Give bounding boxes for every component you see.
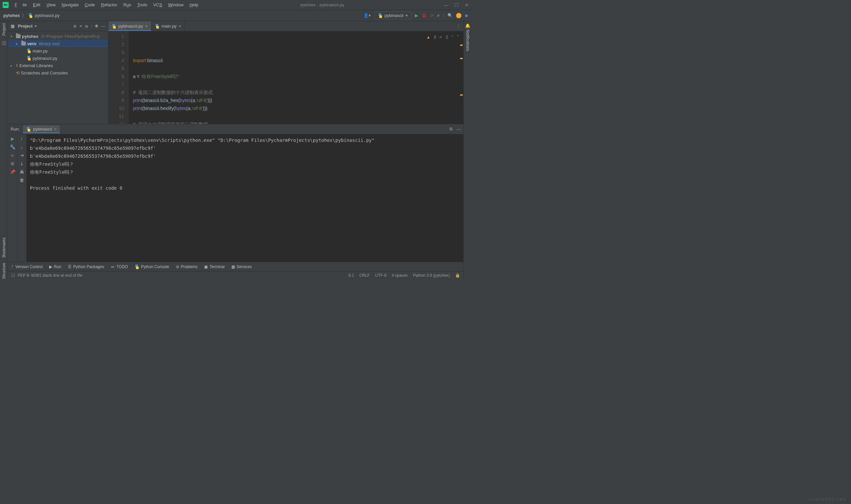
down-icon[interactable]: ↓	[21, 145, 23, 149]
run-config-selector[interactable]: pybinascii ▾	[374, 12, 411, 19]
up-icon[interactable]: ↑	[21, 136, 23, 141]
run-config-name: pybinascii	[385, 13, 404, 18]
notifications-icon[interactable]: 🔔	[465, 23, 471, 28]
tab-version-control[interactable]: ᚶVersion Control	[11, 265, 42, 269]
tree-external-libraries[interactable]: ▸⫴ External Libraries	[8, 62, 108, 69]
minimize-icon[interactable]: —	[444, 2, 448, 7]
search-icon[interactable]: 🔍	[447, 13, 453, 18]
rerun-icon[interactable]: ▶	[11, 136, 14, 141]
trash-icon[interactable]: 🗑	[20, 178, 24, 183]
locate-icon[interactable]: ⊕	[73, 23, 77, 29]
debug-button-icon[interactable]: 🐞	[422, 13, 427, 18]
chevron-down-icon[interactable]: ▾	[35, 23, 37, 29]
layout-icon[interactable]: ⊞	[11, 161, 14, 166]
cursor-position[interactable]: 8:1	[348, 273, 354, 278]
run-tab[interactable]: pybinascii ×	[23, 125, 60, 133]
menu-vcs[interactable]: VCS	[150, 1, 165, 8]
close-tab-icon[interactable]: ×	[145, 23, 147, 29]
error-stripe[interactable]	[459, 31, 463, 124]
toolbox-icon[interactable]: ◆	[465, 13, 468, 18]
stop-icon[interactable]: ■	[11, 153, 14, 158]
breadcrumb-project[interactable]: pytohex	[3, 13, 20, 18]
add-user-icon[interactable]: 👤▾	[364, 13, 371, 18]
project-tool-button[interactable]: Project	[2, 23, 6, 36]
close-tab-icon[interactable]: ×	[178, 23, 181, 29]
folder-icon	[21, 41, 26, 46]
python-file-icon	[112, 24, 116, 29]
tab-run[interactable]: ▶Run	[49, 265, 61, 269]
tab-services[interactable]: ▦Services	[231, 265, 252, 269]
status-icon[interactable]: ☐	[11, 273, 15, 278]
menu-edit[interactable]: Edit	[30, 1, 43, 8]
lock-icon[interactable]: 🔒	[455, 273, 460, 278]
tree-file-main[interactable]: main.py	[8, 47, 108, 54]
menu-window[interactable]: Window	[165, 1, 186, 8]
project-tree[interactable]: ▾ pytohex D:\Program Files\PycharmProj ▸…	[8, 31, 108, 124]
stop-icon[interactable]: ■	[437, 13, 440, 18]
editor: pybinascii.py × main.py × ⋮ 123456789101…	[108, 21, 463, 124]
soft-wrap-icon[interactable]: ⇥	[20, 153, 23, 158]
tabs-more-icon[interactable]: ⋮	[454, 21, 463, 31]
tab-todo[interactable]: ≔TODO	[111, 265, 128, 269]
line-separator[interactable]: CRLF	[359, 273, 370, 278]
indent-setting[interactable]: 4 spaces	[392, 273, 408, 278]
tab-python-packages[interactable]: ☰Python Packages	[68, 265, 104, 269]
run-panel: Run: pybinascii × ⚙ — ▶ 🔧 ■ ⊞ 📌	[8, 124, 463, 262]
tab-python-console[interactable]: Python Console	[135, 265, 169, 269]
menu-tools[interactable]: Tools	[135, 1, 150, 8]
menu-code[interactable]: Code	[82, 1, 98, 8]
title-bar: PC File Edit View Navigate Code Refactor…	[0, 0, 472, 10]
next-highlight-icon[interactable]: ˅	[457, 33, 459, 41]
coverage-icon[interactable]: ⟳	[430, 13, 434, 18]
bookmarks-tool-button[interactable]: Bookmarks	[2, 237, 6, 257]
menu-help[interactable]: Help	[187, 1, 201, 8]
hide-icon[interactable]: —	[101, 23, 105, 29]
menu-refactor[interactable]: Refactor	[99, 1, 120, 8]
run-tab-label: pybinascii	[33, 127, 52, 131]
tab-main[interactable]: main.py ×	[152, 21, 185, 31]
inspections-widget[interactable]: ▲3 ✔2 ˄ ˅	[426, 33, 459, 41]
warning-count: 3	[434, 33, 436, 41]
commit-tool-icon[interactable]	[2, 41, 6, 46]
close-tab-icon[interactable]: ×	[54, 127, 57, 131]
gutter[interactable]: 123456789101112	[108, 31, 128, 124]
print-icon[interactable]: 🖶	[20, 169, 24, 175]
menu-file[interactable]: File	[12, 1, 30, 8]
tab-problems[interactable]: ⊘Problems	[176, 265, 198, 269]
breadcrumb-file[interactable]: pybinascii.py	[35, 13, 59, 18]
ide-update-icon[interactable]	[456, 13, 461, 18]
structure-tool-button[interactable]: Structure	[2, 263, 6, 279]
breadcrumb[interactable]: pytohex 〉 pybinascii.py	[3, 13, 59, 19]
close-icon[interactable]: ✕	[465, 2, 469, 7]
library-icon: ⫴	[16, 63, 18, 68]
tree-root[interactable]: ▾ pytohex D:\Program Files\PycharmProj	[8, 33, 108, 40]
package-icon: ☰	[68, 265, 71, 269]
tab-pybinascii[interactable]: pybinascii.py ×	[108, 21, 152, 31]
interpreter[interactable]: Python 3.9 (pytohex)	[413, 273, 450, 278]
menu-run[interactable]: Run	[121, 1, 134, 8]
scroll-end-icon[interactable]: ⤓	[20, 161, 23, 166]
menu-view[interactable]: View	[43, 1, 58, 8]
file-encoding[interactable]: UTF-8	[375, 273, 386, 278]
settings-icon[interactable]: ⚙	[449, 127, 453, 131]
run-button-icon[interactable]: ▶	[415, 13, 418, 18]
pin-icon[interactable]: 📌	[10, 169, 15, 175]
notifications-tool-button[interactable]: Notifications	[465, 30, 470, 51]
collapse-all-icon[interactable]: ≣	[85, 23, 88, 29]
menu-navigate[interactable]: Navigate	[59, 1, 81, 8]
hide-icon[interactable]: —	[457, 127, 461, 131]
python-icon	[26, 127, 31, 131]
tree-file-pybinascii[interactable]: pybinascii.py	[8, 54, 108, 62]
tree-scratches[interactable]: ⟲ Scratches and Consoles	[8, 69, 108, 76]
tree-venv[interactable]: ▸ venv library root	[8, 40, 108, 47]
code-area[interactable]: import binascii a = '你有FreeStyle吗? ' # 返…	[128, 31, 463, 124]
expand-all-icon[interactable]: ≡	[79, 23, 82, 29]
check-icon: ✔	[439, 33, 442, 41]
wrench-icon[interactable]: 🔧	[10, 145, 15, 149]
status-message: PEP 8: W391 blank line at end of file	[18, 273, 83, 278]
prev-highlight-icon[interactable]: ˄	[451, 33, 454, 41]
run-output[interactable]: "D:\Program Files\PycharmProjects\pytohe…	[26, 134, 463, 262]
maximize-icon[interactable]: ☐	[455, 2, 459, 7]
tab-terminal[interactable]: ▣Terminal	[204, 265, 224, 269]
settings-icon[interactable]: ✱	[95, 23, 99, 29]
